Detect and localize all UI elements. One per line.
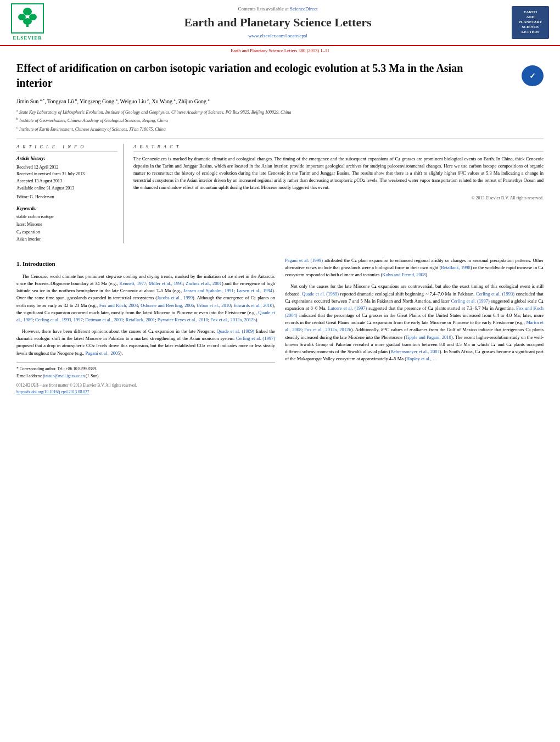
issn-line: 0012-821X/$ – see front matter © 2013 El… [16,382,275,395]
keyword-2: latest Miocene [16,221,117,228]
main-body: 1. Introduction The Cenozoic world clima… [0,254,560,406]
ref-behrensmeyer[interactable]: Behrensmeyer et al., 2007 [390,349,440,354]
page: ELSEVIER Contents lists available at Sci… [0,0,560,742]
ref-jacobs[interactable]: Jacobs et al., 1999 [157,295,193,300]
abstract-col: A B S T R A C T The Cenozoic era is mark… [133,144,544,243]
available-text: Available online 31 August 2013 [16,186,74,191]
ref-dettman[interactable]: Dettman et al., 2001 [85,317,123,322]
ref-fox-2012[interactable]: Fox et al., 2012a, 2012b [210,317,255,322]
footnote-email: E-mail address: jimsun@mail.igcas.ac.cn … [16,373,275,380]
editor-text: Editor: G. Henderson [16,194,54,199]
elsevier-brand-text: ELSEVIER [13,35,42,42]
ref-pagani-2005[interactable]: Pagani et al., 2005 [86,350,120,356]
article-title: Effect of aridification on carbon isotop… [16,61,467,91]
ref-larsen[interactable]: Larsen et al., 1994 [237,288,272,293]
ref-fox-koch-2003[interactable]: Fox and Koch, 2003 [99,303,138,308]
ref-latorre[interactable]: Latorre et al. (1997) [328,305,367,311]
ref-retallack-1998[interactable]: Retallack, 1998 [441,265,470,270]
ref-retallack-2001[interactable]: Retallack, 2001 [126,317,155,322]
keyword-4: Asian interior [16,236,117,243]
section1-title: 1. Introduction [16,259,275,269]
ref-tipple[interactable]: Tipple and Pagani, 2010 [405,334,451,340]
footnote-corresponding: * Corresponding author. Tel.: +86 10 829… [16,366,275,372]
ref-edwards[interactable]: Edwards et al., 2010 [233,303,272,308]
journal-center: Contents lists available at ScienceDirec… [44,5,512,40]
body-col-right: Pagani et al. (1999) attributed the C₄ p… [285,257,544,395]
earth-logo-icon: EARTHANDPLANETARYSCIENCELETTERS [512,6,549,39]
footnote-area: * Corresponding author. Tel.: +86 10 829… [16,362,275,380]
journal-url-link[interactable]: www.elsevier.com/locate/epsl [248,33,307,38]
ref-cerling-1997b[interactable]: Cerling et al. (1997) [451,298,489,304]
article-received: Received 12 April 2012 [16,164,117,171]
elsevier-tree-icon [16,6,38,28]
article-title-section: Effect of aridification on carbon isotop… [16,61,544,93]
article-info-col: A R T I C L E I N F O Article history: R… [16,144,124,243]
body-col-left: 1. Introduction The Cenozoic world clima… [16,257,275,395]
intro-para-1: The Cenozoic world climate has prominent… [16,273,275,323]
affiliations: a State Key Laboratory of Lithospheric E… [16,108,544,138]
abstract-header: A B S T R A C T [133,144,544,152]
contents-line: Contents lists available at ScienceDirec… [44,5,512,13]
affiliation-b: b Institute of Geomechanics, Chinese Aca… [16,116,544,124]
keyword-3: C₄ expansion [16,228,117,236]
affiliation-a: a State Key Laboratory of Lithospheric E… [16,108,544,116]
ref-fox-2012b[interactable]: Fox et al., 2012a, 2012b [304,327,351,332]
keywords-list: stable carbon isotope latest Miocene C₄ … [16,213,117,243]
ref-quade-1989b[interactable]: Quade et al. (1989) [217,328,255,334]
ref-kohn[interactable]: Kohn and Fremd, 2008 [382,272,425,277]
journal-header: ELSEVIER Contents lists available at Sci… [0,0,560,46]
col2-para-1: Pagani et al. (1999) attributed the C₄ p… [285,257,544,279]
ref-quade-1989c[interactable]: Quade et al. (1989) [302,291,339,297]
info-abstract-section: A R T I C L E I N F O Article history: R… [16,144,544,243]
ref-urban[interactable]: Urban et al., 2010 [197,303,231,308]
article-accepted: Accepted 13 August 2013 [16,178,117,185]
sciencedirect-link[interactable]: ScienceDirect [290,6,317,12]
journal-ref-text: Earth and Planetary Science Letters 380 … [231,48,329,53]
col2-para-2: Not only the causes for the late Miocene… [285,283,544,362]
email-link[interactable]: jimsun@mail.igcas.ac.cn [43,373,85,378]
article-available: Available online 31 August 2013 [16,185,117,192]
doi-link[interactable]: http://dx.doi.org/10.1016/j.epsl.2013.08… [16,389,89,394]
authors-line: Jimin Sun a,*, Tongyan Lü b, Yingzeng Go… [16,98,544,105]
accepted-text: Accepted 13 August 2013 [16,178,62,183]
ref-fox-koch-2004[interactable]: Fox and Koch (2004) [285,305,544,318]
article-body: Effect of aridification on carbon isotop… [0,55,560,254]
copyright-text: © 2013 Elsevier B.V. All rights reserved… [133,195,544,201]
article-revised: Received in revised form 31 July 2013 [16,171,117,178]
abstract-text: The Cenozoic era is marked by dramatic c… [133,155,544,192]
ref-kennett[interactable]: Kennett, 1977 [120,281,147,286]
article-info-header: A R T I C L E I N F O [16,144,117,152]
affiliation-c: c Institute of Earth Environment, Chines… [16,125,544,133]
received-text: Received 12 April 2012 [16,165,58,170]
intro-para-2: However, there have been different opini… [16,328,275,357]
contents-text: Contents lists available at [238,6,289,12]
ref-hopley[interactable]: Hopley et al., … [406,356,437,361]
earth-logo-text: EARTHANDPLANETARYSCIENCELETTERS [519,10,542,35]
article-history-label: Article history: [16,155,117,162]
ref-miller[interactable]: Miller et al., 1991 [149,281,183,286]
ref-cerling-1993[interactable]: Cerling et al., 1993, 1997 [35,317,83,322]
ref-zachos[interactable]: Zachos et al., 2001 [186,281,222,286]
ref-jansen[interactable]: Jansen and Sjøholm, 1991 [183,288,233,293]
ref-bywater[interactable]: Bywater-Reyes et al., 2010 [158,317,208,322]
elsevier-logo: ELSEVIER [11,3,44,42]
keyword-1: stable carbon isotope [16,213,117,221]
issn-text: 0012-821X/$ – see front matter © 2013 El… [16,383,137,388]
keywords-label: Keywords: [16,205,117,212]
journal-right: EARTHANDPLANETARYSCIENCELETTERS [512,6,549,39]
journal-title: Earth and Planetary Science Letters [44,14,512,31]
ref-pagani-1999[interactable]: Pagani et al. (1999) [285,258,323,263]
ref-cerling-1993b[interactable]: Cerling et al. (1993) [476,291,514,297]
ref-osborne[interactable]: Osborne and Beerling, 2006 [141,303,194,308]
journal-ref-line: Earth and Planetary Science Letters 380 … [0,46,560,56]
elsevier-logo-box [11,3,44,34]
svg-rect-4 [26,23,29,27]
revised-text: Received in revised form 31 July 2013 [16,171,85,176]
crossmark-logo: ✓ [522,65,544,86]
article-editor: Editor: G. Henderson [16,194,117,201]
crossmark-icon: ✓ [529,71,536,82]
journal-url: www.elsevier.com/locate/epsl [44,32,512,40]
svg-point-0 [23,8,32,15]
ref-cerling-1997[interactable]: Cerling et al. (1997) [236,336,275,341]
